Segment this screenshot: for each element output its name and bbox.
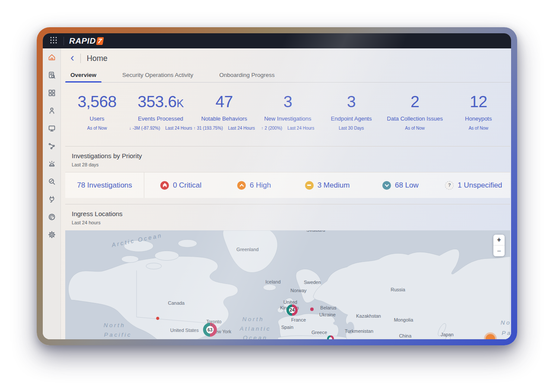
map-label-no: No [501,319,510,326]
stat-label: Honeypots [447,115,510,122]
sidebar-item-users[interactable] [47,107,57,116]
stat-data-collection-issues[interactable]: 2Data Collection IssuesAs of Now [383,93,447,131]
trend-up-icon: ↑ [194,126,196,131]
gear-icon [48,230,56,241]
stat-period: ↑31 (193.75%)Last 24 Hours [192,126,256,131]
logo-accent-seven: 7 [96,37,104,45]
medium-severity-icon [305,181,314,190]
monitor-icon [48,124,56,134]
rapid7-logo[interactable]: RAPID 7 [69,36,103,46]
app-grid-icon [50,36,57,46]
stat-value: 12 [447,93,510,111]
tab-overview[interactable]: Overview [65,68,102,82]
user-icon [48,106,56,117]
tab-security-operations-activity[interactable]: Security Operations Activity [117,68,198,82]
back-button[interactable]: ‹ [70,53,75,64]
sidebar-item-home[interactable] [47,54,57,63]
map-label-pacific: Pacific [104,331,132,338]
stat-honeypots[interactable]: 12HoneypotsAs of Now [447,93,510,131]
sidebar-item-network[interactable] [47,142,57,152]
ingress-panel-title: Ingress Locations [72,210,504,217]
sidebar-item-settings[interactable] [47,231,57,240]
network-icon [48,142,56,152]
stat-period: As of Now [65,126,129,131]
stat-label: Users [65,115,129,122]
sidebar-item-endpoints[interactable] [47,124,57,134]
map-label-ocean: Ocean [243,335,267,339]
logo-text: RAPID [69,36,96,46]
map-label-greece: Greece [311,330,327,335]
map-marker-united-kingdom[interactable]: 24 [288,306,296,314]
map-label-north: North [242,316,264,322]
left-sidebar [43,48,61,339]
stat-notable-behaviors[interactable]: 47Notable Behaviors↑31 (193.75%)Last 24 … [192,93,256,131]
map-label-sweden: Sweden [304,280,321,285]
stat-new-investigations[interactable]: 3New Investigations↑2 (200%)Last 24 Hour… [256,93,319,131]
ingress-map[interactable]: Arctic OceanNorthPacificNorthAtlanticOce… [65,230,510,339]
priority-item-label: 1 Unspecified [458,181,502,190]
priority-item-low[interactable]: 68 Low [364,172,437,198]
stat-label: New Investigations [256,115,319,122]
radar-icon [48,213,56,223]
cluster-count: 63 [207,327,213,332]
zoom-out-button[interactable]: − [493,245,505,256]
map-marker-poland[interactable] [310,307,314,311]
map-marker-new-york[interactable]: 63 [205,324,216,335]
stat-events-processed[interactable]: 353.6KEvents Processed↓-3M (-87.92%)Last… [129,93,192,131]
map-label-spain: Spain [281,325,293,330]
priority-panel-title: Investigations by Priority [72,152,504,159]
trend-down-icon: ↓ [129,126,131,131]
stat-value: 3 [256,93,319,111]
priority-item-medium[interactable]: 3 Medium [291,172,364,198]
map-label-kazakhstan: Kazakhstan [356,313,381,319]
priority-item-label: 6 High [250,181,271,190]
map-label-canada: Canada [168,300,185,306]
sidebar-item-alerts[interactable] [47,160,57,169]
priority-item-label: 68 Low [395,181,419,190]
page-header: ‹ Home [65,48,510,68]
sidebar-item-integrations[interactable] [47,195,57,205]
map-zoom-control: + − [493,235,505,256]
stat-label: Events Processed [129,115,192,122]
cluster-count: 24 [289,307,295,312]
alarm-icon [48,159,56,170]
log-search-icon [48,71,56,81]
stat-value: 47 [192,93,256,111]
priority-item-unspecified[interactable]: ?1 Unspecified [437,172,510,198]
stat-period: Last 30 Days [320,126,383,131]
sidebar-item-investigations[interactable] [47,178,57,187]
priority-panel-header: Investigations by Priority Last 28 days [65,147,510,172]
ingress-locations-panel: Ingress Locations Last 24 hours [65,204,510,339]
map-marker-toronto[interactable] [211,324,212,325]
stat-label: Data Collection Issues [383,115,447,122]
ingress-panel-header: Ingress Locations Last 24 hours [65,204,510,230]
map-label-iceland: Iceland [265,279,280,284]
header-divider [80,54,81,63]
map-marker-turkey[interactable] [328,336,333,339]
zoom-in-button[interactable]: + [493,235,505,245]
map-label-russia: Russia [391,287,405,292]
sidebar-item-detections[interactable] [47,213,57,223]
map-marker-vancouver[interactable] [156,317,159,320]
tab-onboarding-progress[interactable]: Onboarding Progress [214,68,280,82]
stat-value: 3,568 [65,93,129,111]
stat-period: ↑2 (200%)Last 24 Hours [256,126,319,131]
dashboards-icon [48,89,56,99]
priority-item-critical[interactable]: 0 Critical [144,172,217,198]
stat-users[interactable]: 3,568UsersAs of Now [65,93,129,131]
map-label-svalbard: Svalbard [306,230,325,233]
stat-endpoint-agents[interactable]: 3Endpoint AgentsLast 30 Days [320,93,383,131]
map-label-france: France [291,317,306,322]
map-label-united: United [283,300,297,305]
map-label-japan: Japan [441,332,454,337]
map-label-pa: Pa [502,330,510,336]
sidebar-item-log-search[interactable] [47,71,57,81]
app-launcher-button[interactable] [48,35,59,47]
priority-item-high[interactable]: 6 High [217,172,290,198]
page-title: Home [87,54,108,63]
map-label-united-states: United States [170,328,199,333]
map-label-atlantic: Atlantic [239,325,271,332]
total-investigations-link[interactable]: 78 Investigations [65,172,144,198]
sidebar-item-dashboards[interactable] [47,89,57,99]
critical-severity-icon [160,181,169,190]
